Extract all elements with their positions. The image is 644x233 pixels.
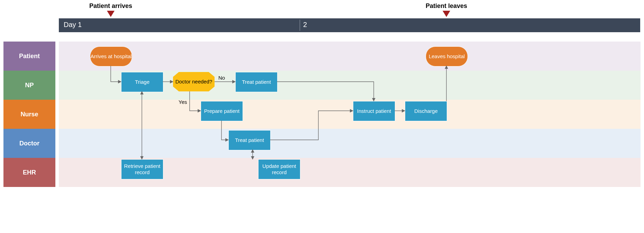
decision-doctor-needed: Doctor needed? xyxy=(173,72,215,91)
process-prepare: Prepare patient xyxy=(201,101,243,121)
process-update: Update patient record xyxy=(258,159,300,179)
lane-band-nurse xyxy=(59,100,641,129)
lane-label-np: NP xyxy=(3,71,55,100)
process-instruct: Instruct patient xyxy=(353,101,395,121)
shape-label: Triage xyxy=(135,79,149,85)
process-retrieve: Retrieve patient record xyxy=(121,159,163,179)
lane-label-doctor: Doctor xyxy=(3,129,55,158)
lane-band-patient xyxy=(59,42,641,71)
timeline-divider xyxy=(300,20,300,31)
shape-label: Discharge xyxy=(414,108,438,114)
lane-band-doctor xyxy=(59,129,641,158)
terminator-arrives: Arrives at hospital xyxy=(90,46,132,66)
lane-label-nurse: Nurse xyxy=(3,100,55,129)
triangle-down-icon xyxy=(443,11,450,17)
shape-label: Treat patient xyxy=(235,137,264,143)
timeline-bar: Day 1 2 xyxy=(59,18,640,32)
shape-label: Prepare patient xyxy=(204,108,240,114)
lane-label-ehr: EHR xyxy=(3,158,55,187)
shape-label: Treat patient xyxy=(242,79,271,85)
timeline-day-2: 2 xyxy=(303,21,307,29)
process-treat-doctor: Treat patient xyxy=(228,130,271,150)
timeline-marker-arrives: Patient arrives xyxy=(85,2,137,10)
timeline-marker-leaves: Patient leaves xyxy=(420,2,472,10)
lane-label-patient: Patient xyxy=(3,42,55,71)
shape-label: Arrives at hospital xyxy=(90,53,131,60)
shape-label: Instruct patient xyxy=(357,108,391,114)
process-triage: Triage xyxy=(121,72,163,92)
shape-label: Update patient record xyxy=(258,163,300,176)
timeline-day-1: Day 1 xyxy=(64,21,82,29)
shape-label: Leaves hospital xyxy=(429,53,465,60)
triangle-down-icon xyxy=(107,11,115,17)
edge-label-yes: Yes xyxy=(179,99,187,105)
process-discharge: Discharge xyxy=(405,101,447,121)
shape-label: Doctor needed? xyxy=(175,79,212,85)
shape-label: Retrieve patient record xyxy=(121,163,163,176)
process-treat-np: Treat patient xyxy=(235,72,278,92)
edge-label-no: No xyxy=(218,75,225,81)
terminator-leaves: Leaves hospital xyxy=(426,46,468,66)
